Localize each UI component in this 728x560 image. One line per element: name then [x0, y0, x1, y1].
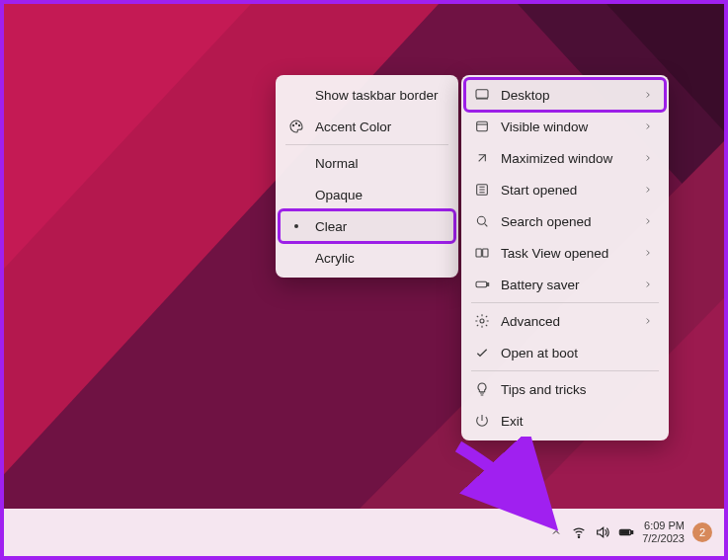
menu-separator	[285, 144, 448, 145]
svg-rect-22	[632, 531, 633, 534]
tray-date-text: 7/2/2023	[642, 532, 685, 545]
menu-item-label: Maximized window	[501, 151, 631, 166]
battery-tray-icon[interactable]	[618, 524, 634, 540]
chevron-right-icon	[641, 214, 655, 228]
menu-item-label: Search opened	[501, 214, 631, 229]
blank-icon	[287, 249, 305, 267]
menu-item-acrylic[interactable]: Acrylic	[280, 242, 454, 274]
svg-rect-15	[483, 249, 488, 257]
notification-badge[interactable]: 2	[692, 522, 712, 542]
battery-icon	[473, 276, 491, 293]
chevron-right-icon	[641, 120, 655, 133]
menu-item-show-taskbar-border[interactable]: Show taskbar border	[280, 79, 454, 111]
menu-item-label: Battery saver	[501, 278, 631, 292]
svg-point-9	[298, 124, 299, 125]
menu-item-exit[interactable]: Exit	[465, 405, 665, 437]
power-icon	[473, 412, 491, 430]
menu-item-label: Opaque	[315, 188, 445, 202]
svg-point-7	[292, 124, 293, 125]
menu-item-task-view-opened[interactable]: Task View opened	[465, 237, 665, 269]
annotation-arrow	[448, 437, 567, 535]
volume-icon[interactable]	[595, 524, 610, 540]
chevron-right-icon	[641, 151, 655, 165]
translucenttb-context-menu: Desktop Visible window Maximized window	[461, 75, 669, 440]
taskbar: 6:09 PM 7/2/2023 2	[4, 509, 724, 556]
menu-item-label: Visible window	[501, 120, 631, 134]
start-icon	[473, 181, 491, 199]
chevron-right-icon	[641, 88, 655, 102]
menu-item-accent-color[interactable]: Accent Color	[280, 111, 454, 142]
chevron-right-icon	[641, 246, 655, 260]
menu-item-label: Advanced	[501, 314, 631, 329]
svg-point-8	[295, 122, 296, 123]
menu-item-advanced[interactable]: Advanced	[465, 305, 665, 337]
taskbar-style-submenu: Show taskbar border Accent Color Normal …	[276, 75, 458, 278]
maximize-icon	[473, 149, 491, 167]
blank-icon	[287, 86, 305, 104]
chevron-right-icon	[641, 183, 655, 197]
window-icon	[473, 118, 491, 135]
lightbulb-icon	[473, 380, 491, 398]
menu-item-open-at-boot[interactable]: Open at boot	[465, 337, 665, 368]
svg-rect-10	[476, 90, 488, 99]
menu-item-label: Acrylic	[315, 251, 445, 266]
svg-point-20	[579, 536, 580, 537]
menu-item-normal[interactable]: Normal	[280, 147, 454, 179]
svg-rect-11	[477, 121, 488, 130]
palette-icon	[287, 118, 305, 135]
menu-item-label: Open at boot	[501, 346, 655, 360]
blank-icon	[287, 186, 305, 203]
menu-item-label: Show taskbar border	[315, 88, 445, 103]
wifi-icon[interactable]	[571, 524, 587, 540]
tray-clock[interactable]: 6:09 PM 7/2/2023	[642, 520, 685, 545]
svg-rect-16	[476, 281, 487, 286]
svg-rect-23	[621, 531, 629, 534]
menu-item-label: Start opened	[501, 183, 631, 198]
menu-item-maximized-window[interactable]: Maximized window	[465, 142, 665, 174]
menu-item-start-opened[interactable]: Start opened	[465, 174, 665, 205]
menu-item-label: Accent Color	[315, 120, 445, 134]
menu-separator	[471, 302, 659, 303]
menu-item-clear[interactable]: Clear	[280, 210, 454, 242]
check-icon	[473, 344, 491, 361]
notification-count: 2	[699, 526, 705, 538]
search-icon	[473, 212, 491, 230]
menu-item-label: Normal	[315, 156, 445, 171]
menu-item-label: Exit	[501, 414, 655, 429]
chevron-right-icon	[641, 314, 655, 328]
menu-item-desktop[interactable]: Desktop	[465, 79, 665, 111]
svg-rect-17	[487, 283, 488, 286]
menu-item-visible-window[interactable]: Visible window	[465, 111, 665, 142]
menu-item-battery-saver[interactable]: Battery saver	[465, 269, 665, 300]
desktop-icon	[473, 86, 491, 104]
menu-item-label: Task View opened	[501, 246, 631, 261]
menu-item-label: Desktop	[501, 88, 631, 103]
svg-rect-14	[476, 249, 481, 257]
task-view-icon	[473, 244, 491, 262]
menu-separator	[471, 370, 659, 371]
blank-icon	[287, 154, 305, 172]
menu-item-label: Clear	[315, 219, 445, 234]
gear-icon	[473, 312, 491, 330]
chevron-right-icon	[641, 278, 655, 291]
tray-time-text: 6:09 PM	[642, 520, 685, 532]
svg-point-18	[480, 319, 484, 323]
menu-item-tips-and-tricks[interactable]: Tips and tricks	[465, 373, 665, 405]
menu-item-search-opened[interactable]: Search opened	[465, 205, 665, 237]
menu-item-label: Tips and tricks	[501, 382, 655, 397]
menu-item-opaque[interactable]: Opaque	[280, 179, 454, 210]
bullet-icon	[287, 217, 305, 235]
svg-point-13	[477, 216, 485, 224]
